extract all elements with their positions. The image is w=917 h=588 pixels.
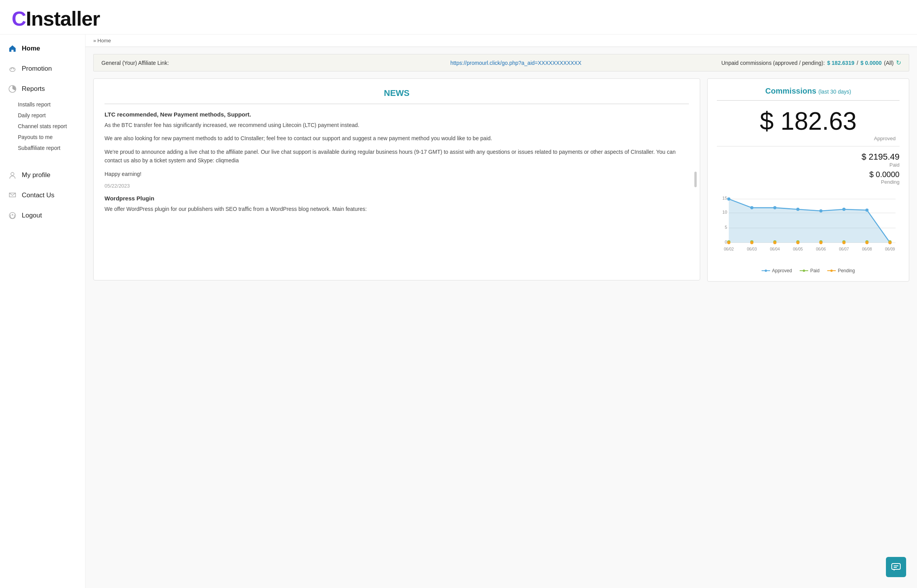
sidebar-home-label: Home [22,45,40,52]
svg-text:15: 15 [722,196,727,201]
chart-pending-dot [727,241,730,244]
breadcrumb-home[interactable]: Home [98,38,111,43]
all-label: (All) [884,60,894,66]
chat-button[interactable] [886,557,906,577]
svg-point-24 [803,270,805,272]
svg-text:06/09: 06/09 [885,247,895,252]
breadcrumb-arrow: » [93,38,96,43]
big-amount: $ 182.63 [717,108,900,135]
unpaid-prefix: Unpaid commissions (approved / pending): [722,60,825,66]
sidebar-myprofile-label: My profile [22,171,51,179]
legend-pending-label: Pending [838,268,855,273]
scrollbar[interactable] [694,172,697,187]
pending-label: Pending [748,179,900,185]
news-para-1: As the BTC transfer fee has significantl… [105,121,689,129]
paid-label: Paid [748,162,900,168]
logo-c: C [12,7,26,30]
sidebar-subitem-installs[interactable]: Installs report [18,99,85,110]
sidebar-subitem-subaffiliate[interactable]: Subaffiliate report [18,143,85,153]
sidebar-reports-label: Reports [22,85,45,93]
sidebar-subitem-payouts[interactable]: Payouts to me [18,132,85,143]
breadcrumb: » Home [85,35,917,47]
chart-pending-dot [773,241,776,244]
sidebar-logout-label: Logout [22,212,42,219]
logo-bar: CInstaller [0,0,917,35]
chart-pending-dot [819,241,823,244]
chart-pending-dot [865,241,868,244]
chat-icon [891,562,901,572]
svg-text:06/07: 06/07 [839,247,849,252]
svg-text:06/03: 06/03 [747,247,757,252]
chart-container: 15 10 5 0 [717,192,900,273]
news-para-2: We are also looking for new payment meth… [105,134,689,143]
chart-pending-dot [796,241,799,244]
svg-text:0: 0 [725,240,727,244]
chart-pending-dot [750,241,753,244]
reports-icon [7,84,18,94]
sidebar-contactus-label: Contact Us [22,191,54,199]
svg-text:06/04: 06/04 [770,247,780,252]
logo-rest: Installer [26,7,100,30]
sidebar-item-home[interactable]: Home [0,38,85,59]
chart-dot [819,209,823,212]
news-title: NEWS [105,88,689,98]
legend-approved: Approved [762,268,792,273]
news-para-5: We offer WordPress plugin for our publis… [105,205,689,213]
news-article-2-title: Wordpress Plugin [105,195,689,202]
main-content: » Home General (Your) Affiliate Link: ht… [85,35,917,588]
legend-approved-label: Approved [772,268,792,273]
contact-icon [7,190,18,201]
sidebar-item-reports[interactable]: Reports [0,79,85,99]
sidebar: Home Promotion Reports Ins [0,35,85,588]
logo: CInstaller [12,7,905,30]
news-date-1: 05/22/2023 [105,183,689,189]
sidebar-promotion-label: Promotion [22,65,52,73]
refresh-icon[interactable]: ↻ [896,59,901,66]
legend-pending: Pending [827,268,855,273]
legend-paid: Paid [800,268,819,273]
svg-text:10: 10 [722,210,727,215]
sidebar-item-contactus[interactable]: Contact Us [0,185,85,205]
sidebar-reports-subitems: Installs report Daily report Channel sta… [0,99,85,153]
chart-dot [796,208,799,211]
sidebar-item-promotion[interactable]: Promotion [0,59,85,79]
sidebar-item-myprofile[interactable]: My profile [0,165,85,185]
chart-dot [773,206,776,209]
svg-text:06/02: 06/02 [724,247,734,252]
chart-dot [865,209,868,212]
pending-amount-val: $ 0.0000 [748,170,900,179]
svg-point-2 [11,172,14,176]
chart-dot [842,208,846,211]
chart-pending-dot [888,241,891,244]
affiliate-prefix: General (Your) Affiliate Link: [101,60,169,66]
news-card: NEWS LTC recommended, New Payment method… [93,78,700,280]
big-amount-label: Approved [717,136,900,141]
sidebar-subitem-channel[interactable]: Channel stats report [18,121,85,132]
affiliate-link[interactable]: https://promourl.click/go.php?a_aid=XXXX… [450,60,581,66]
chart-pending-dot [842,241,846,244]
affiliate-bar: General (Your) Affiliate Link: https://p… [93,54,909,71]
logout-icon [7,210,18,221]
chart-dot [727,198,730,201]
unpaid-commissions: Unpaid commissions (approved / pending):… [722,59,901,66]
home-icon [7,43,18,54]
legend-paid-label: Paid [810,268,819,273]
svg-text:06/08: 06/08 [862,247,872,252]
svg-point-22 [765,270,767,272]
svg-point-0 [10,68,15,71]
chart-legend: Approved Paid Pending [717,268,900,273]
content-area: General (Your) Affiliate Link: https://p… [85,47,917,289]
commissions-divider [717,100,900,101]
svg-text:5: 5 [725,225,727,230]
svg-point-26 [830,270,833,272]
layout: Home Promotion Reports Ins [0,35,917,588]
commissions-card: Commissions (last 30 days) $ 182.63 Appr… [707,78,909,282]
sidebar-item-logout[interactable]: Logout [0,205,85,226]
paid-amount: $ 2195.49 [748,152,900,162]
approved-amount: $ 182.6319 [827,60,854,66]
commissions-title: Commissions (last 30 days) [717,87,900,96]
sidebar-subitem-daily[interactable]: Daily report [18,110,85,121]
paid-section: $ 2195.49 Paid $ 0.0000 Pending [717,146,900,185]
news-article-1-title: LTC recommended, New Payment methods, Su… [105,111,689,118]
news-para-3: We're proud to announce adding a live ch… [105,148,689,165]
